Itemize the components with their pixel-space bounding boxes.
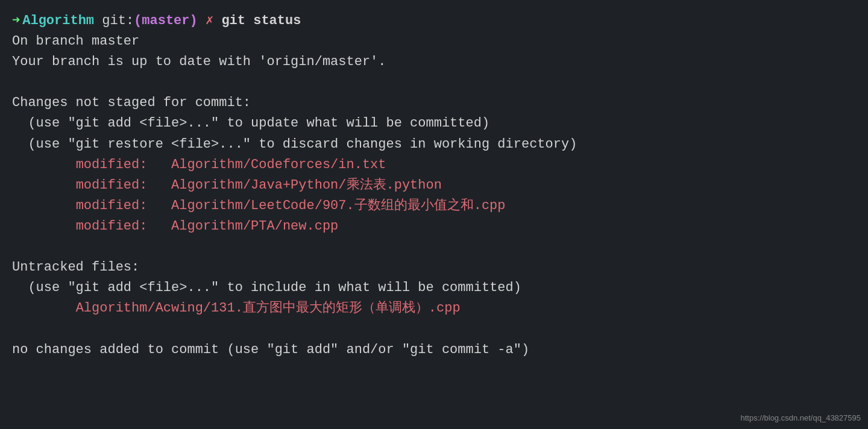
up-to-date-line: Your branch is up to date with 'origin/m… <box>12 52 856 72</box>
hint-include-text: (use "git add <file>..." to include in w… <box>12 278 521 298</box>
watermark: https://blog.csdn.net/qq_43827595 <box>741 412 861 424</box>
modified-path-1: Algorithm/Codeforces/in.txt <box>171 155 386 175</box>
hint-restore-text: (use "git restore <file>..." to discard … <box>12 134 577 155</box>
no-changes-line: no changes added to commit (use "git add… <box>12 340 856 360</box>
untracked-header-text: Untracked files: <box>12 257 139 278</box>
modified-line-3: modified: Algorithm/LeetCode/907.子数组的最小值… <box>12 196 856 216</box>
empty-line-1 <box>12 72 856 93</box>
terminal-window: ➜ Algorithm git:(master) ✗ git status On… <box>0 0 868 429</box>
modified-path-2: Algorithm/Java+Python/乘法表.python <box>171 175 442 196</box>
prompt-arrow-icon: ➜ <box>12 11 20 31</box>
up-to-date-text: Your branch is up to date with 'origin/m… <box>12 52 386 72</box>
prompt-git-label: git: <box>94 11 134 31</box>
modified-label-1: modified: <box>12 155 171 175</box>
modified-label-3: modified: <box>12 196 171 216</box>
modified-label-2: modified: <box>12 175 171 196</box>
untracked-path-1: Algorithm/Acwing/131.直方图中最大的矩形（单调栈）.cpp <box>12 298 461 319</box>
modified-line-2: modified: Algorithm/Java+Python/乘法表.pyth… <box>12 175 856 196</box>
on-branch-line: On branch master <box>12 31 856 52</box>
prompt-branch-close: ) <box>190 11 198 31</box>
modified-line-4: modified: Algorithm/PTA/new.cpp <box>12 216 856 237</box>
hint-include-line: (use "git add <file>..." to include in w… <box>12 278 856 298</box>
prompt-directory: Algorithm <box>22 11 94 31</box>
modified-line-1: modified: Algorithm/Codeforces/in.txt <box>12 155 856 175</box>
untracked-header-line: Untracked files: <box>12 257 856 278</box>
hint-restore-line: (use "git restore <file>..." to discard … <box>12 134 856 155</box>
modified-path-3: Algorithm/LeetCode/907.子数组的最小值之和.cpp <box>171 196 505 216</box>
changes-header-line: Changes not staged for commit: <box>12 93 856 113</box>
prompt-branch-name: master <box>142 11 189 31</box>
empty-line-3 <box>12 319 856 339</box>
modified-label-4: modified: <box>12 216 171 237</box>
prompt-line: ➜ Algorithm git:(master) ✗ git status <box>12 11 856 31</box>
prompt-branch-open: ( <box>134 11 142 31</box>
prompt-command: git status <box>221 11 301 31</box>
modified-path-4: Algorithm/PTA/new.cpp <box>171 216 338 237</box>
hint-add-line: (use "git add <file>..." to update what … <box>12 113 856 134</box>
empty-line-2 <box>12 237 856 257</box>
hint-add-text: (use "git add <file>..." to update what … <box>12 113 489 134</box>
on-branch-text: On branch master <box>12 31 139 52</box>
prompt-x-mark: ✗ <box>198 11 222 31</box>
untracked-line-1: Algorithm/Acwing/131.直方图中最大的矩形（单调栈）.cpp <box>12 298 856 319</box>
no-changes-text: no changes added to commit (use "git add… <box>12 340 529 360</box>
changes-header-text: Changes not staged for commit: <box>12 93 251 113</box>
